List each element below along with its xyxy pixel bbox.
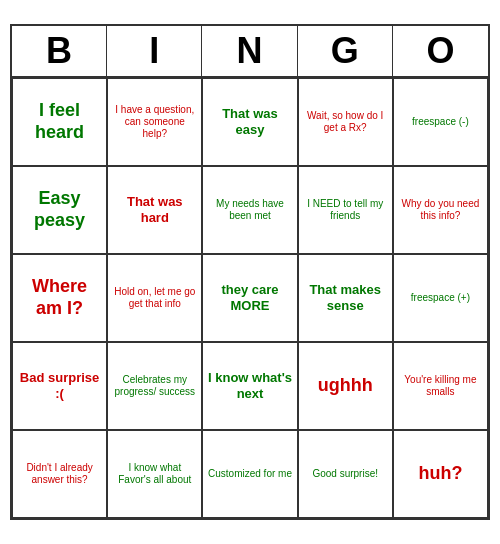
bingo-cell-9: Why do you need this info? — [393, 166, 488, 254]
bingo-cell-19: You're killing me smalls — [393, 342, 488, 430]
bingo-card: BINGO I feel heardI have a question, can… — [10, 24, 490, 520]
bingo-cell-20: Didn't I already answer this? — [12, 430, 107, 518]
bingo-cell-16: Celebrates my progress/ success — [107, 342, 202, 430]
header-letter-i: I — [107, 26, 202, 76]
header-letter-o: O — [393, 26, 488, 76]
bingo-cell-8: I NEED to tell my friends — [298, 166, 393, 254]
bingo-cell-22: Customized for me — [202, 430, 297, 518]
header-letter-n: N — [202, 26, 297, 76]
header-letter-b: B — [12, 26, 107, 76]
bingo-grid: I feel heardI have a question, can someo… — [12, 78, 488, 518]
bingo-cell-11: Hold on, let me go get that info — [107, 254, 202, 342]
bingo-cell-12: they care MORE — [202, 254, 297, 342]
bingo-cell-14: freespace (+) — [393, 254, 488, 342]
bingo-cell-6: That was hard — [107, 166, 202, 254]
header-letter-g: G — [298, 26, 393, 76]
bingo-cell-0: I feel heard — [12, 78, 107, 166]
bingo-cell-24: huh? — [393, 430, 488, 518]
bingo-cell-7: My needs have been met — [202, 166, 297, 254]
bingo-cell-17: I know what's next — [202, 342, 297, 430]
bingo-cell-3: Wait, so how do I get a Rx? — [298, 78, 393, 166]
bingo-cell-5: Easy peasy — [12, 166, 107, 254]
bingo-cell-21: I know what Favor's all about — [107, 430, 202, 518]
bingo-cell-13: That makes sense — [298, 254, 393, 342]
bingo-header: BINGO — [12, 26, 488, 78]
bingo-cell-1: I have a question, can someone help? — [107, 78, 202, 166]
bingo-cell-18: ughhh — [298, 342, 393, 430]
bingo-cell-23: Good surprise! — [298, 430, 393, 518]
bingo-cell-10: Where am I? — [12, 254, 107, 342]
bingo-cell-2: That was easy — [202, 78, 297, 166]
bingo-cell-15: Bad surprise :( — [12, 342, 107, 430]
bingo-cell-4: freespace (-) — [393, 78, 488, 166]
